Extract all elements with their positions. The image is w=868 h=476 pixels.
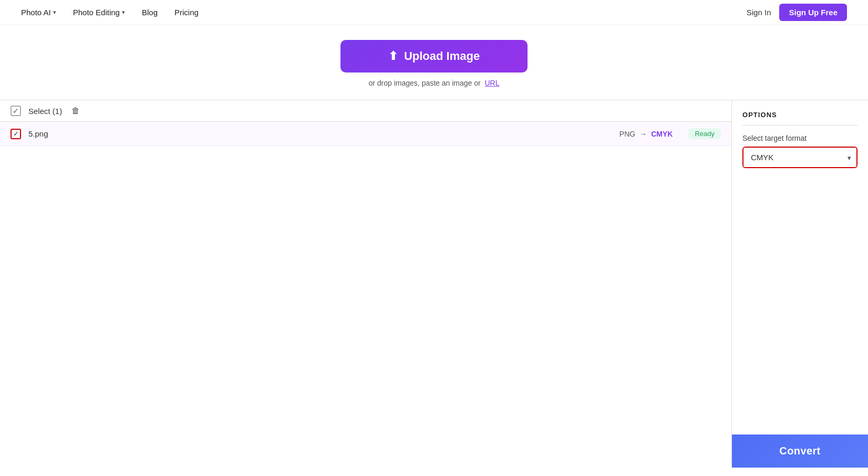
format-select-row: CMYK PNG JPEG WEBP GIF BMP TIFF ▾ bbox=[742, 147, 857, 168]
nav-photo-editing[interactable]: Photo Editing ▾ bbox=[73, 8, 125, 17]
sign-in-button[interactable]: Sign In bbox=[747, 8, 771, 17]
arrow-icon: → bbox=[639, 130, 647, 138]
chevron-down-icon: ▾ bbox=[53, 9, 56, 16]
file-checkbox[interactable]: ✓ bbox=[11, 129, 21, 139]
file-list-panel: ✓ Select (1) 🗑 ✓ 5.png PNG → CMYK Ready bbox=[0, 100, 731, 468]
source-format: PNG bbox=[619, 130, 635, 138]
nav-left: Photo AI ▾ Photo Editing ▾ Blog Pricing bbox=[21, 8, 199, 17]
nav-pricing-label: Pricing bbox=[174, 8, 199, 17]
format-select[interactable]: CMYK PNG JPEG WEBP GIF BMP TIFF bbox=[743, 148, 856, 167]
file-list-header: ✓ Select (1) 🗑 bbox=[0, 100, 731, 122]
url-link[interactable]: URL bbox=[485, 79, 500, 87]
nav-photo-editing-label: Photo Editing bbox=[73, 8, 120, 17]
nav-blog[interactable]: Blog bbox=[142, 8, 158, 17]
sign-up-button[interactable]: Sign Up Free bbox=[779, 4, 847, 21]
target-format: CMYK bbox=[651, 130, 673, 138]
format-select-wrapper: CMYK PNG JPEG WEBP GIF BMP TIFF bbox=[742, 147, 857, 168]
drop-hint: or drop images, paste an image or URL bbox=[368, 79, 499, 87]
file-area: ✓ Select (1) 🗑 ✓ 5.png PNG → CMYK Ready bbox=[0, 100, 868, 468]
table-row: ✓ 5.png PNG → CMYK Ready bbox=[0, 122, 731, 146]
navbar: Photo AI ▾ Photo Editing ▾ Blog Pricing … bbox=[0, 0, 868, 25]
nav-photo-ai-label: Photo AI bbox=[21, 8, 51, 17]
nav-photo-ai[interactable]: Photo AI ▾ bbox=[21, 8, 56, 17]
nav-blog-label: Blog bbox=[142, 8, 158, 17]
file-name: 5.png bbox=[28, 129, 612, 138]
convert-button[interactable]: Convert bbox=[732, 434, 868, 468]
options-title: OPTIONS bbox=[742, 111, 857, 126]
status-badge: Ready bbox=[688, 128, 721, 139]
select-all-checkbox[interactable]: ✓ bbox=[11, 106, 21, 116]
main-content: ⬆ Upload Image or drop images, paste an … bbox=[0, 25, 868, 468]
nav-pricing[interactable]: Pricing bbox=[174, 8, 199, 17]
delete-icon[interactable]: 🗑 bbox=[71, 106, 80, 116]
upload-button-label: Upload Image bbox=[404, 49, 480, 63]
check-icon: ✓ bbox=[13, 107, 19, 115]
convert-btn-wrapper: Convert bbox=[732, 434, 868, 468]
file-conversion: PNG → CMYK bbox=[619, 130, 673, 138]
upload-icon: ⬆ bbox=[388, 49, 398, 63]
upload-button[interactable]: ⬆ Upload Image bbox=[340, 40, 528, 73]
chevron-down-icon-2: ▾ bbox=[122, 9, 125, 16]
select-format-label: Select target format bbox=[742, 134, 857, 142]
options-panel: OPTIONS Select target format CMYK PNG JP… bbox=[731, 100, 868, 468]
file-check-icon: ✓ bbox=[13, 130, 19, 138]
select-label: Select (1) bbox=[28, 107, 62, 116]
nav-right: Sign In Sign Up Free bbox=[747, 4, 847, 21]
